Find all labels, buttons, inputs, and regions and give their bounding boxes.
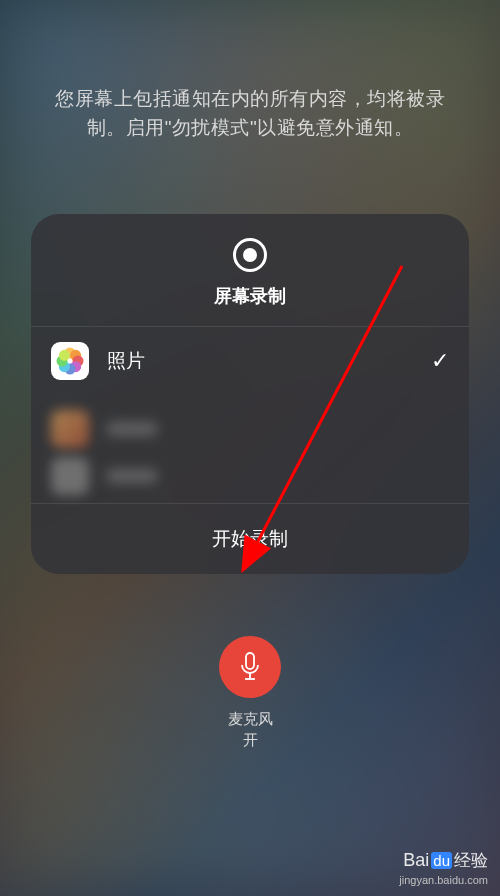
microphone-icon: [238, 652, 262, 682]
panel-header: 屏幕录制: [31, 214, 469, 326]
watermark: Baidu 经验 jingyan.baidu.com: [399, 849, 488, 886]
record-icon: [233, 238, 267, 272]
watermark-brand: Baidu: [403, 850, 454, 871]
start-recording-button[interactable]: 开始录制: [31, 503, 469, 574]
destination-list: 照片 ✓: [31, 326, 469, 503]
option-label: 照片: [107, 348, 431, 374]
microphone-label: 麦克风 开: [228, 708, 273, 750]
destination-option-blurred[interactable]: [31, 395, 469, 463]
screen-recording-panel: 屏幕录制 照片 ✓ 开始录制: [31, 214, 469, 574]
app-icon-blurred: [51, 410, 89, 448]
destination-option-blurred[interactable]: [31, 463, 469, 503]
watermark-url: jingyan.baidu.com: [399, 874, 488, 886]
photos-app-icon: [51, 342, 89, 380]
microphone-section: 麦克风 开: [219, 636, 281, 750]
option-label-blurred: [107, 469, 157, 483]
destination-option-photos[interactable]: 照片 ✓: [31, 327, 469, 395]
microphone-toggle-button[interactable]: [219, 636, 281, 698]
app-icon-blurred: [51, 457, 89, 495]
checkmark-icon: ✓: [431, 348, 449, 374]
recording-info-text: 您屏幕上包括通知在内的所有内容，均将被录制。启用"勿扰模式"以避免意外通知。: [0, 85, 500, 142]
panel-title: 屏幕录制: [214, 284, 286, 308]
svg-rect-0: [246, 653, 254, 669]
option-label-blurred: [107, 422, 157, 436]
